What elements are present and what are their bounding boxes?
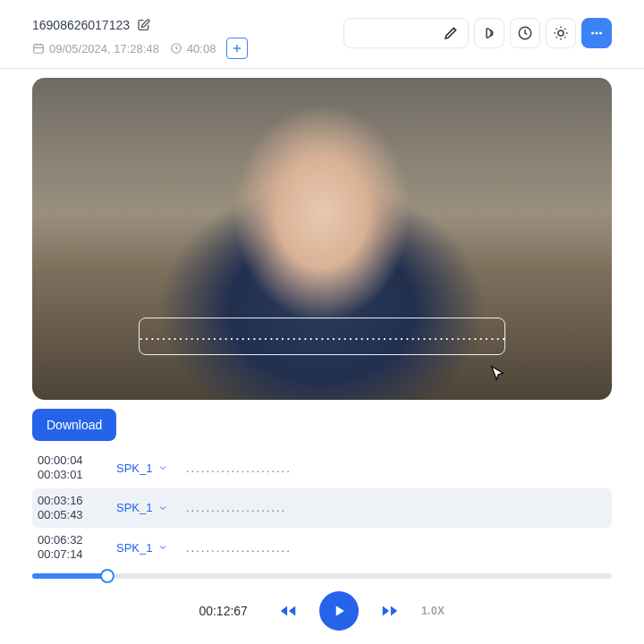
chevron-down-icon <box>157 462 168 473</box>
search-input[interactable] <box>343 18 469 48</box>
transcript-row[interactable]: 00:00:04 00:03:01 SPK_1 ................… <box>32 448 612 488</box>
plus-icon <box>231 42 243 55</box>
speaker-wave-icon <box>481 25 497 41</box>
transcript-row[interactable]: 00:03:16 00:05:43 SPK_1 ................… <box>32 488 612 529</box>
transcript-text[interactable]: ..................... <box>186 462 292 475</box>
file-title: 16908626017123 <box>32 18 130 32</box>
clock-icon <box>517 25 533 41</box>
forward-icon <box>380 601 400 621</box>
speaker-settings-button[interactable] <box>474 18 504 48</box>
more-button[interactable] <box>581 18 612 48</box>
rewind-icon <box>278 601 298 621</box>
current-time: 00:12:67 <box>199 604 248 618</box>
add-button[interactable] <box>226 38 248 59</box>
chevron-down-icon <box>157 503 168 513</box>
edit-title-icon[interactable] <box>137 18 151 32</box>
sun-icon <box>553 25 569 41</box>
theme-button[interactable] <box>546 18 576 48</box>
caption-overlay: ........................................… <box>139 318 505 355</box>
clock-icon <box>170 42 182 55</box>
speaker-select[interactable]: SPK_1 <box>116 462 170 475</box>
play-icon <box>330 602 348 620</box>
transcript-list: 00:00:04 00:03:01 SPK_1 ................… <box>0 448 644 568</box>
rewind-button[interactable] <box>273 600 303 622</box>
progress-bar[interactable] <box>32 573 612 579</box>
dots-icon <box>589 25 605 41</box>
pencil-icon <box>443 25 459 41</box>
calendar-icon <box>32 42 45 55</box>
cursor-icon <box>488 364 508 384</box>
svg-point-4 <box>591 32 594 35</box>
svg-point-5 <box>596 32 598 35</box>
video-player[interactable]: ........................................… <box>32 78 612 400</box>
play-button[interactable] <box>319 591 359 631</box>
progress-thumb[interactable] <box>100 569 114 583</box>
progress-fill <box>32 573 107 579</box>
duration-meta: 40:08 <box>170 42 216 55</box>
timestamp: 00:00:04 00:03:01 <box>38 453 100 483</box>
timestamp: 00:03:16 00:05:43 <box>38 494 100 523</box>
svg-point-6 <box>599 32 602 35</box>
date-meta: 09/05/2024, 17:28:48 <box>32 42 159 55</box>
transcript-text[interactable]: ..................... <box>186 541 292 555</box>
transcript-text[interactable]: .................... <box>186 501 286 514</box>
history-button[interactable] <box>510 18 540 48</box>
transcript-row[interactable]: 00:06:32 00:07:14 SPK_1 ................… <box>32 528 612 568</box>
svg-rect-0 <box>34 45 44 53</box>
forward-button[interactable] <box>375 600 405 622</box>
chevron-down-icon <box>157 542 168 553</box>
speaker-select[interactable]: SPK_1 <box>116 501 170 514</box>
timestamp: 00:06:32 00:07:14 <box>38 533 100 563</box>
playback-speed[interactable]: 1.0X <box>421 605 445 617</box>
svg-point-3 <box>558 30 564 36</box>
download-button[interactable]: Download <box>32 409 116 441</box>
speaker-select[interactable]: SPK_1 <box>116 541 170 555</box>
